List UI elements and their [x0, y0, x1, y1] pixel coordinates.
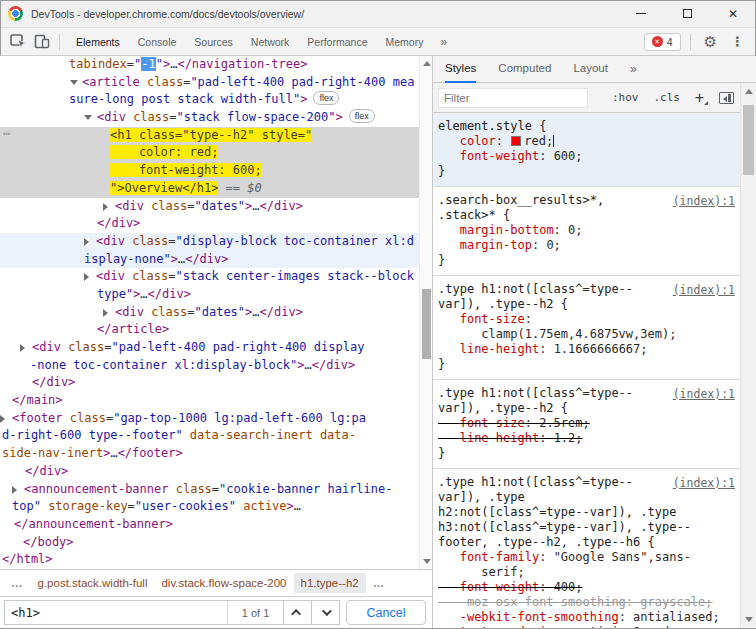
- stylesheet-source-link[interactable]: (index):1: [673, 194, 735, 208]
- collapse-arrow-icon[interactable]: [70, 80, 78, 85]
- expand-arrow-icon[interactable]: [84, 238, 89, 246]
- scroll-down-icon[interactable]: [745, 617, 753, 622]
- find-input[interactable]: [5, 601, 227, 624]
- css-declaration-line[interactable]: font-size: 2.5rem;: [438, 416, 740, 431]
- dom-tree-node[interactable]: <announcement-banner class="cookie-banne…: [0, 481, 419, 499]
- tab-layout[interactable]: Layout: [573, 56, 608, 83]
- tab-console[interactable]: Console: [129, 28, 186, 56]
- css-declaration-line[interactable]: margin-bottom: 0;: [438, 223, 740, 238]
- tab-sources[interactable]: Sources: [185, 28, 242, 56]
- dom-tree-node[interactable]: font-weight: 600;: [0, 162, 419, 180]
- more-panels-icon[interactable]: »: [432, 35, 455, 49]
- toggle-sidebar-icon[interactable]: [719, 92, 734, 104]
- stylesheet-source-link[interactable]: (index):1: [673, 476, 735, 490]
- css-declaration-line[interactable]: -moz-osx-font-smoothing: grayscale;: [438, 595, 740, 610]
- settings-gear-icon[interactable]: ⚙: [696, 33, 725, 51]
- flex-badge[interactable]: flex: [313, 91, 339, 105]
- css-declaration-line[interactable]: clamp(1.75em,4.6875vw,3em);: [438, 327, 740, 342]
- css-declaration-line[interactable]: line-height: 1.2;: [438, 431, 740, 446]
- css-declaration-line[interactable]: font-weight: 600;: [438, 149, 740, 164]
- expand-arrow-icon[interactable]: [103, 309, 108, 317]
- dom-tree-node[interactable]: type">…</div>: [0, 286, 419, 304]
- style-rule[interactable]: element.style { color: red; font-weight:…: [433, 113, 740, 187]
- css-declaration-line[interactable]: .stack>* {: [438, 208, 740, 223]
- maximize-button[interactable]: [664, 0, 710, 28]
- breadcrumb-overflow[interactable]: …: [366, 573, 393, 593]
- css-declaration-line[interactable]: footer, .type--h2, .type--h6 {: [438, 535, 740, 550]
- css-declaration-line[interactable]: line-height: 1.1666666667;: [438, 342, 740, 357]
- error-badge[interactable]: ✕ 4: [644, 33, 681, 51]
- dom-tree-node[interactable]: side-nav-inert>…</footer>: [0, 445, 419, 463]
- device-toolbar-icon[interactable]: [30, 31, 54, 53]
- stylesheet-source-link[interactable]: (index):1: [673, 387, 735, 401]
- css-declaration-line[interactable]: var]), .type--h2 {: [438, 401, 740, 416]
- dom-tree-node[interactable]: isplay-none">…</div>: [0, 251, 419, 269]
- css-declaration-line[interactable]: font-family: "Google Sans",sans-: [438, 550, 740, 565]
- dom-tree-node[interactable]: </article>: [0, 321, 419, 339]
- dom-tree-node[interactable]: </html>: [0, 551, 419, 569]
- css-declaration-line[interactable]: -webkit-font-smoothing: antialiased;: [438, 610, 740, 625]
- css-declaration-line[interactable]: font-weight: 400;: [438, 580, 740, 595]
- dom-tree-node[interactable]: </div>: [0, 463, 419, 481]
- breadcrumb-item[interactable]: g.post.stack.width-full: [31, 573, 155, 593]
- scrollbar-thumb[interactable]: [422, 289, 431, 359]
- css-declaration-line[interactable]: color: red;: [438, 134, 740, 149]
- css-declaration-line[interactable]: element.style {: [438, 119, 740, 134]
- scroll-up-icon[interactable]: [745, 89, 753, 94]
- dom-tree-node[interactable]: </announcement-banner>: [0, 516, 419, 534]
- dom-tree-scrollbar[interactable]: [419, 56, 432, 569]
- dom-tree-node[interactable]: </body>: [0, 534, 419, 552]
- dom-tree-node[interactable]: color: red;: [0, 144, 419, 162]
- dom-tree-node[interactable]: -none toc-container xl:display-block">…<…: [0, 357, 419, 375]
- css-declaration-line[interactable]: var]), .type--h2 {: [438, 297, 740, 312]
- expand-arrow-icon[interactable]: [20, 344, 25, 352]
- breadcrumb-item[interactable]: div.stack.flow-space-200: [154, 573, 293, 593]
- collapse-arrow-icon[interactable]: [84, 115, 92, 120]
- css-declaration-line[interactable]: }: [438, 357, 740, 372]
- dom-tree-node[interactable]: tabindex="-1">…</navigation-tree>: [0, 56, 419, 74]
- styles-scrollbar[interactable]: [740, 83, 756, 628]
- style-rule[interactable]: (index):1.type h1:not([class^=type--var]…: [433, 276, 740, 380]
- cancel-button[interactable]: Cancel: [346, 600, 426, 625]
- style-rule[interactable]: (index):1.type h1:not([class^=type--var]…: [433, 380, 740, 469]
- css-declaration-line[interactable]: h2:not([class^=type--var]), .type: [438, 505, 740, 520]
- breadcrumb-item[interactable]: h1.type--h2: [294, 573, 366, 593]
- color-swatch-icon[interactable]: [511, 136, 521, 146]
- dom-tree-node[interactable]: d-right-600 type--footer" data-search-in…: [0, 427, 419, 445]
- expand-arrow-icon[interactable]: [84, 273, 89, 281]
- new-style-rule-button[interactable]: +: [695, 93, 704, 103]
- dom-tree-node[interactable]: <div class="dates">…</div>: [0, 198, 419, 216]
- menu-kebab-icon[interactable]: ⋮: [725, 34, 750, 49]
- style-rule[interactable]: (index):1.type h1:not([class^=type--var]…: [433, 469, 740, 628]
- inspect-element-icon[interactable]: [6, 31, 30, 53]
- dom-tree-node[interactable]: </div>: [0, 215, 419, 233]
- dom-tree-node[interactable]: <div class="stack center-images stack--b…: [0, 268, 419, 286]
- tab-styles[interactable]: Styles: [445, 56, 476, 83]
- more-tabs-icon[interactable]: »: [630, 62, 637, 76]
- dom-tree-node[interactable]: <div class="dates">…</div>: [0, 304, 419, 322]
- dom-tree-node[interactable]: ">Overview</h1> == $0: [0, 180, 419, 198]
- find-next-button[interactable]: [311, 601, 339, 624]
- tab-elements[interactable]: Elements: [67, 28, 129, 56]
- toggle-hov-button[interactable]: :hov: [612, 91, 639, 104]
- dom-tree-node[interactable]: </div>: [0, 374, 419, 392]
- scroll-down-icon[interactable]: [423, 559, 431, 564]
- css-declaration-line[interactable]: font-size:: [438, 312, 740, 327]
- stylesheet-source-link[interactable]: (index):1: [673, 283, 735, 297]
- style-rule[interactable]: (index):1.search-box__results>*,.stack>*…: [433, 187, 740, 276]
- close-button[interactable]: ✕: [710, 0, 756, 28]
- tab-performance[interactable]: Performance: [298, 28, 376, 56]
- find-previous-button[interactable]: [283, 601, 311, 624]
- css-declaration-line[interactable]: }: [438, 253, 740, 268]
- flex-badge[interactable]: flex: [349, 109, 375, 123]
- dom-tree-node[interactable]: …<h1 class="type--h2" style=": [0, 127, 419, 145]
- expand-arrow-icon[interactable]: [0, 415, 5, 423]
- node-options-dots-icon[interactable]: …: [3, 127, 11, 141]
- css-declaration-line[interactable]: var]), .type: [438, 490, 740, 505]
- dom-tree-node[interactable]: <div class="display-block toc-container …: [0, 233, 419, 251]
- expand-arrow-icon[interactable]: [12, 486, 17, 494]
- dom-tree-node[interactable]: <footer class="gap-top-1000 lg:pad-left-…: [0, 410, 419, 428]
- scrollbar-thumb[interactable]: [743, 105, 754, 175]
- scroll-up-icon[interactable]: [423, 61, 431, 66]
- dom-tree-node[interactable]: top" storage-key="user-cookies" active>…: [0, 498, 419, 516]
